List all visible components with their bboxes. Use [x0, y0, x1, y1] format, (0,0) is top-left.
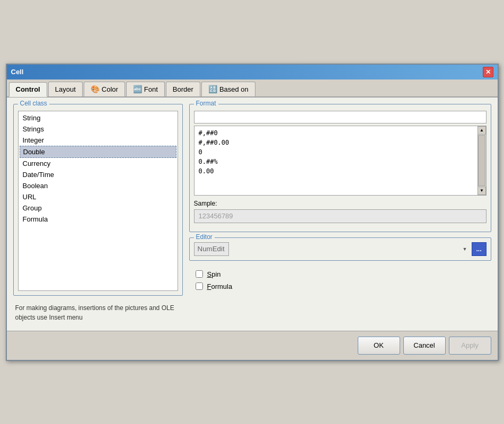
spin-checkbox[interactable] — [196, 270, 203, 278]
sample-value: 123456789 — [194, 209, 487, 223]
tab-font-label: Font — [144, 85, 158, 93]
tab-color[interactable]: 🎨 Color — [84, 82, 125, 96]
title-bar: Cell ✕ — [7, 65, 498, 80]
tab-control-label: Control — [16, 85, 40, 93]
editor-select-wrapper: NumEdit — [194, 242, 470, 256]
bottom-bar: OK Cancel Apply — [7, 331, 498, 360]
format-list[interactable]: #,##0 #,##0.00 0 0.##% 0.00 — [194, 126, 486, 195]
tab-bar: Control Layout 🎨 Color 🔤 Font Border 🔠 B… — [7, 80, 498, 98]
main-content: Cell class String Strings Integer Double… — [7, 98, 498, 331]
list-item[interactable]: Boolean — [20, 180, 176, 191]
tab-font[interactable]: 🔤 Font — [126, 82, 165, 96]
tab-layout[interactable]: Layout — [48, 82, 83, 96]
spin-label: Spin — [207, 270, 221, 278]
list-item[interactable]: String — [20, 112, 176, 123]
right-panel: Format #,##0 #,##0.00 0 0.##% 0.00 ▲ — [189, 104, 491, 324]
editor-browse-button[interactable]: ... — [472, 242, 487, 256]
format-scrollbar[interactable]: ▲ ▼ — [478, 126, 486, 195]
cancel-button[interactable]: Cancel — [403, 337, 446, 355]
options-area: Spin Formula — [189, 266, 491, 295]
tab-color-label: Color — [102, 85, 118, 93]
editor-group: Editor NumEdit ... — [189, 237, 491, 261]
cell-dialog: Cell ✕ Control Layout 🎨 Color 🔤 Font Bor… — [6, 64, 499, 361]
tab-layout-label: Layout — [55, 85, 76, 93]
formula-checkbox[interactable] — [196, 282, 203, 290]
info-text: For making diagrams, insertions of the p… — [13, 301, 183, 324]
format-item[interactable]: #,##0 — [197, 128, 484, 138]
editor-select[interactable]: NumEdit — [194, 242, 229, 256]
format-item[interactable]: 0.##% — [197, 157, 484, 166]
list-item-double[interactable]: Double — [20, 146, 176, 158]
sample-label: Sample: — [194, 200, 487, 207]
format-item[interactable]: #,##0.00 — [197, 138, 484, 147]
format-list-container: #,##0 #,##0.00 0 0.##% 0.00 ▲ ▼ — [194, 126, 487, 196]
cell-class-list[interactable]: String Strings Integer Double Currency D… — [18, 111, 178, 291]
editor-row: NumEdit ... — [190, 238, 491, 260]
spin-row: Spin — [196, 270, 485, 278]
formula-label: Formula — [207, 282, 233, 290]
list-item[interactable]: Integer — [20, 135, 176, 146]
ok-button[interactable]: OK — [358, 337, 400, 355]
tab-border-label: Border — [173, 85, 193, 93]
cell-class-group: Cell class String Strings Integer Double… — [13, 104, 183, 296]
format-group-content: #,##0 #,##0.00 0 0.##% 0.00 ▲ ▼ — [190, 104, 491, 232]
list-item[interactable]: Currency — [20, 158, 176, 169]
scroll-thumb[interactable] — [478, 135, 485, 186]
tab-control[interactable]: Control — [9, 82, 47, 97]
formula-row: Formula — [196, 282, 485, 290]
dialog-title: Cell — [11, 68, 24, 76]
apply-button[interactable]: Apply — [449, 337, 491, 355]
based-on-icon: 🔠 — [208, 85, 217, 93]
format-group: Format #,##0 #,##0.00 0 0.##% 0.00 ▲ — [189, 104, 491, 232]
format-input[interactable] — [194, 111, 487, 123]
left-panel: Cell class String Strings Integer Double… — [13, 104, 183, 324]
list-item[interactable]: URL — [20, 191, 176, 202]
tab-border[interactable]: Border — [166, 82, 200, 96]
scroll-up-button[interactable]: ▲ — [478, 126, 486, 135]
list-item[interactable]: Group — [20, 202, 176, 214]
close-button[interactable]: ✕ — [483, 67, 493, 77]
list-item[interactable]: Strings — [20, 123, 176, 135]
cell-class-content: String Strings Integer Double Currency D… — [14, 104, 182, 295]
editor-group-label: Editor — [194, 233, 215, 241]
list-item[interactable]: Date/Time — [20, 169, 176, 180]
tab-based-on-label: Based on — [219, 85, 249, 93]
color-icon: 🎨 — [91, 85, 100, 93]
tab-based-on[interactable]: 🔠 Based on — [201, 82, 255, 96]
cell-class-label: Cell class — [18, 100, 49, 107]
format-item[interactable]: 0 — [197, 147, 484, 157]
format-item[interactable]: 0.00 — [197, 166, 484, 176]
scroll-down-button[interactable]: ▼ — [478, 187, 486, 195]
list-item[interactable]: Formula — [20, 214, 176, 225]
format-group-label: Format — [194, 100, 218, 107]
font-icon: 🔤 — [133, 85, 142, 93]
